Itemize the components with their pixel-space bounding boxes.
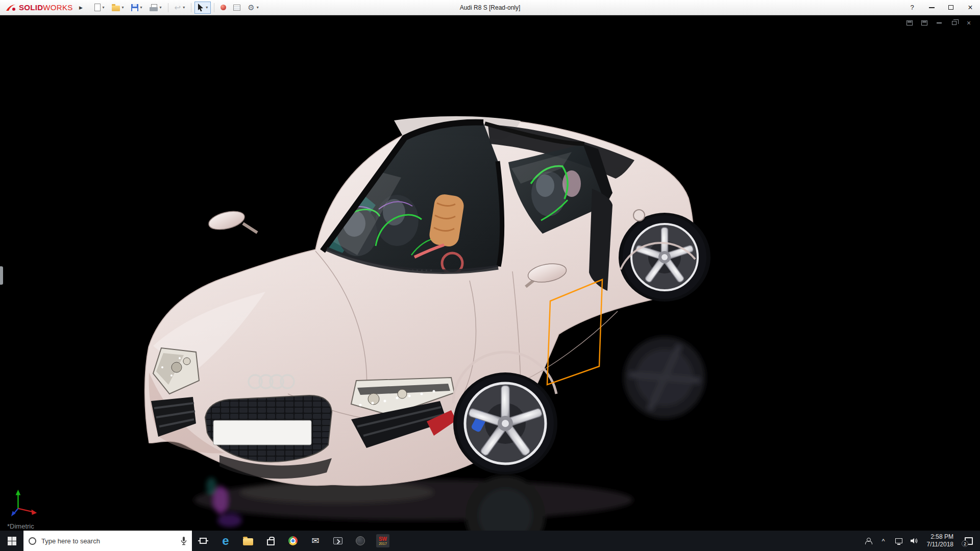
toolbar-separator bbox=[168, 3, 168, 12]
save-floppy-icon bbox=[131, 4, 138, 11]
solidworks-logo: SOLIDWORKS bbox=[0, 3, 76, 12]
volume-button[interactable] bbox=[908, 531, 921, 551]
network-icon bbox=[895, 538, 902, 543]
restore-icon bbox=[952, 21, 957, 25]
browser-button[interactable] bbox=[282, 531, 304, 551]
microphone-icon[interactable] bbox=[181, 537, 187, 545]
license-plate[interactable] bbox=[213, 420, 311, 445]
terminal-icon bbox=[333, 537, 342, 544]
new-document-button[interactable]: ▾ bbox=[91, 2, 108, 14]
left-mirror[interactable] bbox=[207, 208, 257, 233]
document-window-controls: × bbox=[905, 19, 973, 27]
panel-icon bbox=[921, 20, 927, 26]
edge-icon: e bbox=[222, 535, 229, 547]
system-tray: ^ 2:58 PM 7/11/2018 2 bbox=[862, 531, 980, 551]
people-icon bbox=[865, 538, 871, 544]
search-input[interactable] bbox=[40, 537, 177, 545]
close-button[interactable]: × bbox=[961, 0, 980, 15]
action-center-button[interactable]: 2 bbox=[960, 531, 978, 551]
taskbar-search[interactable] bbox=[23, 531, 192, 551]
file-explorer-button[interactable] bbox=[237, 531, 259, 551]
clock-date: 7/11/2018 bbox=[927, 541, 954, 548]
app-icon bbox=[356, 536, 365, 545]
open-button[interactable]: ▾ bbox=[109, 2, 127, 14]
people-button[interactable] bbox=[862, 531, 875, 551]
doc-minimize-button[interactable] bbox=[935, 19, 943, 27]
print-button[interactable]: ▾ bbox=[146, 2, 165, 14]
windows-logo-icon bbox=[8, 537, 16, 545]
network-button[interactable] bbox=[892, 531, 905, 551]
terminal-button[interactable] bbox=[327, 531, 349, 551]
ds-logo-icon bbox=[5, 4, 16, 12]
browser-icon bbox=[288, 536, 298, 545]
view-orientation-label: *Dimetric bbox=[7, 522, 34, 530]
appearance-sphere-icon bbox=[220, 5, 226, 10]
open-folder-icon bbox=[112, 6, 120, 11]
taskbar-clock[interactable]: 2:58 PM 7/11/2018 bbox=[923, 533, 958, 548]
edge-browser-button[interactable]: e bbox=[214, 531, 237, 551]
solidworks-taskbar-button[interactable]: SW 2017 bbox=[372, 531, 394, 551]
standard-toolbar: ▾ ▾ ▾ ▾ ↩ ▾ ▾ bbox=[91, 2, 262, 14]
chevron-down-icon: ▾ bbox=[183, 5, 185, 10]
chevron-down-icon: ▾ bbox=[103, 5, 105, 10]
orientation-triad bbox=[9, 487, 41, 518]
mail-button[interactable]: ✉ bbox=[304, 531, 327, 551]
doc-panel-button-2[interactable] bbox=[920, 19, 928, 27]
graphics-area[interactable]: × *Dimetric bbox=[0, 15, 980, 531]
rear-wheel[interactable] bbox=[619, 213, 710, 302]
front-wheel[interactable] bbox=[453, 372, 557, 474]
maximize-icon bbox=[948, 5, 953, 10]
solidworks-app-icon: SW 2017 bbox=[376, 534, 389, 547]
clock-time: 2:58 PM bbox=[930, 533, 953, 541]
select-button[interactable]: ▾ bbox=[194, 2, 211, 14]
chevron-down-icon: ▾ bbox=[140, 5, 142, 10]
gear-icon: ⚙ bbox=[248, 4, 254, 11]
doc-panel-button-1[interactable] bbox=[905, 19, 914, 27]
app-button[interactable] bbox=[349, 531, 372, 551]
document-title: Audi R8 S [Read-only] bbox=[460, 0, 521, 15]
doc-restore-button[interactable] bbox=[950, 19, 958, 27]
volume-icon bbox=[911, 537, 918, 544]
printer-icon bbox=[150, 4, 158, 11]
start-button[interactable] bbox=[0, 531, 23, 551]
cortana-icon bbox=[29, 537, 36, 545]
car-model-3d-view[interactable] bbox=[0, 15, 980, 531]
task-view-button[interactable] bbox=[192, 531, 214, 551]
toolbar-separator bbox=[214, 3, 214, 12]
panel-icon bbox=[906, 20, 913, 26]
chevron-down-icon: ▾ bbox=[160, 5, 162, 10]
new-document-icon bbox=[94, 4, 101, 11]
minimize-button[interactable] bbox=[922, 0, 941, 15]
cursor-arrow-icon bbox=[198, 4, 204, 12]
maximize-button[interactable] bbox=[941, 0, 961, 15]
title-bar: SOLIDWORKS ▶ ▾ ▾ ▾ ▾ ↩ ▾ ▾ bbox=[0, 0, 980, 15]
undo-icon: ↩ bbox=[175, 4, 181, 11]
store-button[interactable] bbox=[259, 531, 282, 551]
appearance-button[interactable] bbox=[217, 2, 229, 14]
undo-button[interactable]: ↩ ▾ bbox=[172, 2, 188, 14]
help-button[interactable]: ? bbox=[902, 0, 922, 15]
hidden-icons-button[interactable]: ^ bbox=[877, 531, 890, 551]
doc-close-button[interactable]: × bbox=[965, 19, 973, 27]
chevron-down-icon: ▾ bbox=[206, 5, 208, 10]
options-button[interactable]: ⚙ ▾ bbox=[244, 2, 261, 14]
chevron-down-icon: ▾ bbox=[122, 5, 124, 10]
toolbar-separator bbox=[191, 3, 191, 12]
minimize-icon bbox=[937, 22, 942, 23]
task-view-icon bbox=[200, 538, 207, 544]
file-explorer-icon bbox=[243, 538, 253, 545]
window-controls: ? × bbox=[902, 0, 980, 15]
table-icon bbox=[233, 5, 240, 11]
save-button[interactable]: ▾ bbox=[128, 2, 145, 14]
minimize-icon bbox=[929, 7, 935, 8]
panel-collapse-tab[interactable] bbox=[0, 266, 3, 285]
windows-taskbar: e ✉ SW 2017 ^ 2:58 PM 7/11/2018 2 bbox=[0, 531, 980, 551]
brand-text: SOLIDWORKS bbox=[19, 3, 73, 12]
design-table-button[interactable] bbox=[230, 2, 243, 14]
mail-envelope-icon: ✉ bbox=[311, 536, 319, 545]
toolbar-flyout-button[interactable]: ▶ bbox=[76, 2, 86, 13]
car-model[interactable] bbox=[145, 116, 710, 486]
fuel-cap[interactable] bbox=[633, 210, 645, 221]
notification-badge: 2 bbox=[962, 540, 968, 547]
chevron-down-icon: ▾ bbox=[257, 5, 259, 10]
